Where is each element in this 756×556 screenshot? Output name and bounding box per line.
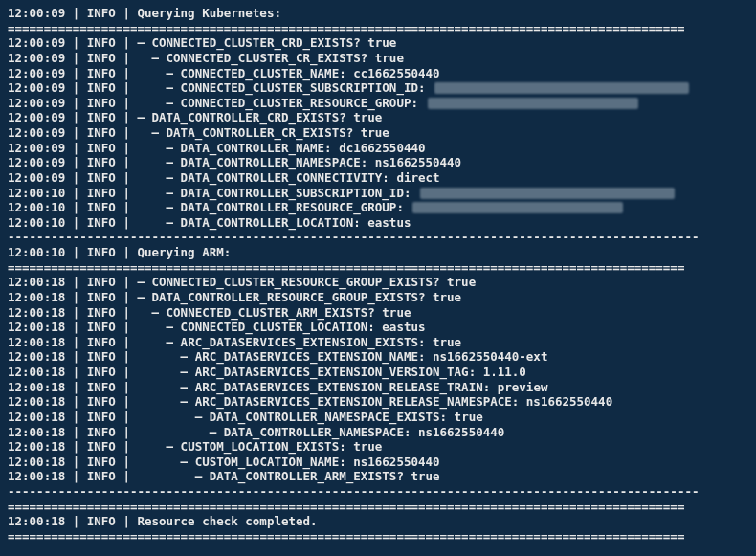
col-sep: |: [73, 200, 80, 215]
log-level: INFO: [79, 439, 122, 455]
entry-space: [367, 51, 375, 65]
entry-space: [411, 425, 418, 439]
tree-dash: –: [181, 349, 195, 364]
redacted-value: [434, 82, 689, 94]
entry-label: DATA_CONTROLLER_NAMESPACE:: [181, 155, 368, 169]
timestamp: 12:00:09: [8, 125, 73, 141]
entry-label: ARC_DATASERVICES_EXTENSION_RELEASE_TRAIN…: [195, 380, 491, 394]
log-level: INFO: [79, 125, 122, 141]
tree-dash: –: [167, 200, 181, 214]
log-entry: 12:00:18|INFO| – DATA_CONTROLLER_ARM_EXI…: [8, 469, 748, 484]
entry-label: CONNECTED_CLUSTER_LOCATION:: [181, 320, 375, 334]
tree-indent: [137, 96, 166, 111]
entry-msg: – CUSTOM_LOCATION_EXISTS: true: [130, 439, 382, 455]
entry-msg: – DATA_CONTROLLER_SUBSCRIPTION_ID:: [130, 186, 675, 201]
entry-space: [447, 410, 455, 424]
entry-space: [418, 96, 426, 110]
log-level: INFO: [79, 170, 122, 186]
col-sep: |: [73, 275, 80, 290]
log-level: INFO: [79, 96, 122, 111]
log-level: INFO: [79, 410, 122, 425]
tree-indent: [137, 410, 194, 425]
tree-dash: –: [167, 335, 181, 349]
entry-space: [425, 80, 433, 95]
log-level: INFO: [79, 35, 122, 51]
log-entry: 12:00:18|INFO| – ARC_DATASERVICES_EXTENS…: [8, 365, 748, 380]
rule-single: ----------------------------------------…: [8, 484, 748, 500]
entry-value: true: [367, 35, 396, 50]
col-sep: |: [122, 245, 130, 260]
col-sep: |: [122, 186, 130, 201]
tree-dash: –: [195, 410, 210, 424]
section-title: Querying ARM:: [130, 245, 231, 260]
entry-msg: – CUSTOM_LOCATION_NAME: ns1662550440: [130, 455, 440, 470]
log-entry: 12:00:09|INFO|– DATA_CONTROLLER_CRD_EXIS…: [8, 110, 748, 125]
timestamp: 12:00:10: [8, 186, 73, 201]
col-sep: |: [122, 141, 130, 156]
entry-msg: – CONNECTED_CLUSTER_RESOURCE_GROUP:: [130, 96, 638, 111]
tree-indent: [137, 469, 194, 484]
entry-space: [404, 200, 411, 214]
log-entry: 12:00:09|INFO| – CONNECTED_CLUSTER_SUBSC…: [8, 80, 748, 96]
col-sep: |: [73, 141, 80, 156]
log-entry: 12:00:09|INFO| – DATA_CONTROLLER_NAMESPA…: [8, 155, 748, 170]
tree-indent: [137, 320, 166, 335]
log-level: INFO: [79, 514, 122, 529]
tree-dash: –: [137, 290, 151, 304]
tree-dash: –: [167, 141, 181, 155]
log-entry: 12:00:09|INFO| – CONNECTED_CLUSTER_RESOU…: [8, 96, 748, 111]
tree-dash: –: [181, 380, 195, 394]
entry-value: ns1662550440: [353, 455, 439, 469]
log-level: INFO: [79, 365, 122, 380]
col-sep: |: [122, 394, 130, 410]
tree-indent: [137, 125, 151, 141]
log-entry: 12:00:18|INFO| – ARC_DATASERVICES_EXTENS…: [8, 394, 748, 410]
log-entry: 12:00:18|INFO| – DATA_CONTROLLER_NAMESPA…: [8, 425, 748, 440]
col-sep: |: [73, 66, 80, 81]
entry-label: CONNECTED_CLUSTER_SUBSCRIPTION_ID:: [181, 80, 426, 95]
entry-label: DATA_CONTROLLER_NAME:: [181, 141, 332, 155]
col-sep: |: [122, 335, 130, 350]
entry-label: DATA_CONTROLLER_SUBSCRIPTION_ID:: [181, 186, 411, 200]
entry-value: eastus: [382, 320, 425, 334]
col-sep: |: [122, 215, 130, 231]
log-level: INFO: [79, 215, 122, 231]
log-entry: 12:00:18|INFO| – CUSTOM_LOCATION_EXISTS:…: [8, 439, 748, 455]
entry-space: [411, 186, 418, 200]
col-sep: |: [73, 469, 80, 484]
entry-label: CONNECTED_CLUSTER_CR_EXISTS?: [167, 51, 368, 65]
tree-indent: [137, 200, 166, 215]
entry-label: ARC_DATASERVICES_EXTENSION_RELEASE_NAMES…: [195, 394, 520, 409]
timestamp: 12:00:09: [8, 96, 73, 111]
entry-value: true: [433, 335, 461, 349]
log-entry: 12:00:18|INFO|– CONNECTED_CLUSTER_RESOUR…: [8, 275, 748, 290]
entry-label: CUSTOM_LOCATION_NAME:: [195, 455, 346, 469]
log-level: INFO: [79, 275, 122, 290]
entry-label: CONNECTED_CLUSTER_ARM_EXISTS?: [167, 305, 375, 320]
log-entry: 12:00:10|INFO| – DATA_CONTROLLER_SUBSCRI…: [8, 186, 748, 201]
tree-dash: –: [167, 439, 181, 454]
entry-label: DATA_CONTROLLER_NAMESPACE:: [224, 425, 411, 439]
col-sep: |: [73, 35, 80, 51]
col-sep: |: [73, 410, 80, 425]
entry-space: [519, 394, 526, 409]
col-sep: |: [73, 290, 80, 305]
entry-value: true: [353, 110, 382, 124]
tree-dash: –: [195, 469, 210, 483]
timestamp: 12:00:09: [8, 6, 73, 21]
entry-msg: – DATA_CONTROLLER_RESOURCE_GROUP_EXISTS?…: [130, 290, 461, 305]
timestamp: 12:00:18: [8, 320, 73, 335]
timestamp: 12:00:18: [8, 514, 73, 529]
entry-msg: – DATA_CONTROLLER_CONNECTIVITY: direct: [130, 170, 440, 186]
col-sep: |: [73, 51, 80, 66]
col-sep: |: [122, 410, 130, 425]
tree-indent: [137, 439, 166, 455]
log-entry: 12:00:18|INFO| – CONNECTED_CLUSTER_ARM_E…: [8, 305, 748, 321]
log-level: INFO: [79, 380, 122, 395]
timestamp: 12:00:09: [8, 35, 73, 51]
tree-indent: [137, 66, 166, 81]
timestamp: 12:00:09: [8, 170, 73, 186]
tree-dash: –: [167, 96, 181, 110]
tree-indent: [137, 365, 180, 380]
tree-indent: [137, 170, 166, 186]
